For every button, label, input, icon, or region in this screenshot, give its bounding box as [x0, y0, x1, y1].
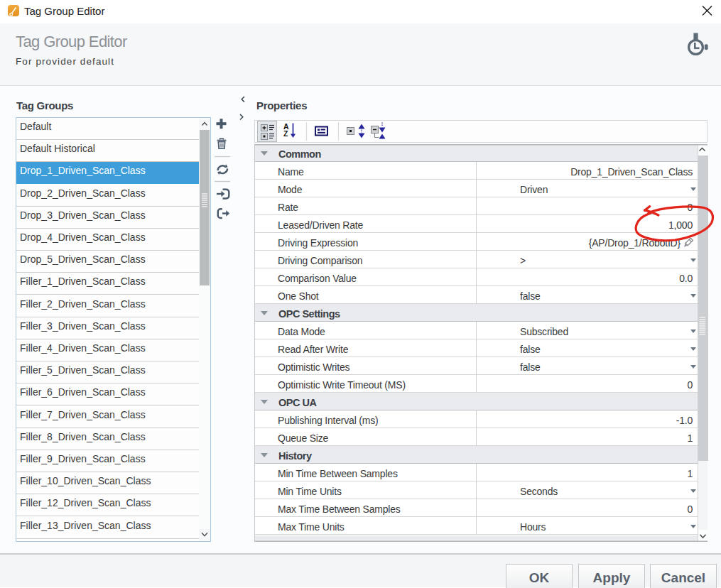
- svg-text:Z: Z: [283, 129, 288, 138]
